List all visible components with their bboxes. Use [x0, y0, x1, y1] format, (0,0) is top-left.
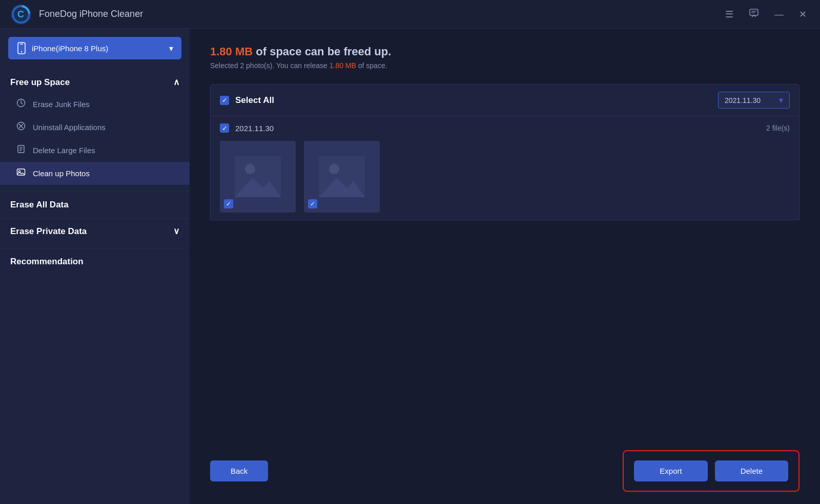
space-title-suffix: of space can be freed up.: [253, 45, 391, 58]
photo-2-checkbox[interactable]: ✓: [308, 199, 317, 208]
erase-private-data-chevron-icon: ∨: [173, 226, 179, 237]
subtitle-prefix: Selected: [210, 61, 240, 70]
close-button[interactable]: ✕: [796, 8, 810, 21]
file-count: 2 file(s): [766, 124, 790, 132]
device-selector-inner: iPhone(iPhone 8 Plus): [16, 42, 108, 54]
photo-icon: [15, 167, 27, 179]
free-up-space-header[interactable]: Free up Space ∧: [0, 70, 190, 93]
photo-thumbnail[interactable]: ✓: [220, 141, 296, 213]
subtitle-amount: 1.80 MB: [330, 61, 356, 70]
sidebar-item-erase-all-data[interactable]: Erase All Data: [0, 191, 190, 218]
chat-icon-button[interactable]: [746, 6, 762, 22]
sidebar-item-delete-large[interactable]: Delete Large Files: [0, 139, 190, 162]
svg-text:C: C: [17, 9, 24, 19]
phone-icon: [16, 42, 27, 54]
photos-grid: ✓ ✓: [220, 141, 790, 213]
uninstall-apps-label: Uninstall Applications: [33, 123, 106, 132]
svg-point-6: [21, 51, 22, 52]
erase-all-data-label: Erase All Data: [10, 200, 69, 209]
app-title: FoneDog iPhone Cleaner: [39, 9, 143, 19]
erase-private-data-label: Erase Private Data: [10, 226, 87, 237]
clean-photos-label: Clean up Photos: [33, 169, 90, 178]
photo-placeholder-icon: [235, 156, 281, 197]
space-title: 1.80 MB of space can be freed up.: [210, 45, 799, 58]
app-logo-icon: C: [10, 4, 32, 25]
action-buttons-container: Export Delete: [623, 450, 799, 492]
bottom-bar: Back Export Delete: [190, 440, 820, 504]
sidebar-item-erase-junk[interactable]: Erase Junk Files: [0, 93, 190, 116]
svg-point-22: [329, 164, 339, 174]
select-all-row: ✓ Select All 2021.11.30 ▾: [210, 84, 799, 116]
subtitle-suffix: of space.: [356, 61, 387, 70]
space-header: 1.80 MB of space can be freed up. Select…: [210, 45, 799, 70]
free-up-space-chevron-icon: ∧: [173, 77, 179, 88]
delete-button[interactable]: Delete: [715, 460, 788, 481]
recommendation-label: Recommendation: [10, 257, 84, 266]
erase-private-data-header[interactable]: Erase Private Data ∨: [0, 219, 190, 242]
svg-rect-2: [750, 9, 758, 15]
uninstall-icon: [15, 121, 27, 133]
select-all-label: Select All: [235, 95, 274, 106]
select-all-checkbox[interactable]: ✓: [220, 96, 229, 105]
space-amount: 1.80 MB: [210, 45, 253, 58]
sidebar: iPhone(iPhone 8 Plus) ▾ Free up Space ∧ …: [0, 29, 190, 504]
file-icon: [15, 144, 27, 156]
free-up-space-label: Free up Space: [10, 77, 70, 88]
sidebar-item-recommendation[interactable]: Recommendation: [0, 248, 190, 275]
date-group-header: ✓ 2021.11.30 2 file(s): [220, 123, 790, 133]
delete-large-label: Delete Large Files: [33, 146, 95, 155]
date-group-checkbox[interactable]: ✓: [220, 123, 229, 133]
select-all-left: ✓ Select All: [220, 95, 274, 106]
photo-placeholder-icon: [319, 156, 365, 197]
svg-point-19: [245, 164, 255, 174]
erase-private-data-section: Erase Private Data ∨: [0, 218, 190, 248]
date-group-label: 2021.11.30: [235, 124, 274, 133]
erase-junk-label: Erase Junk Files: [33, 100, 90, 109]
date-dropdown[interactable]: 2021.11.30 ▾: [718, 92, 790, 109]
date-group-left: ✓ 2021.11.30: [220, 123, 274, 133]
back-button[interactable]: Back: [210, 460, 268, 481]
device-chevron-icon: ▾: [169, 44, 173, 53]
title-controls: ☰ — ✕: [722, 6, 810, 22]
device-name: iPhone(iPhone 8 Plus): [32, 44, 108, 53]
export-button[interactable]: Export: [634, 460, 707, 481]
free-up-space-section: Free up Space ∧ Erase Junk Files: [0, 70, 190, 191]
photo-1-checkbox[interactable]: ✓: [224, 199, 233, 208]
sidebar-item-uninstall-apps[interactable]: Uninstall Applications: [0, 116, 190, 139]
space-subtitle: Selected 2 photo(s). You can release 1.8…: [210, 61, 799, 70]
clock-icon: [15, 98, 27, 110]
title-bar: C FoneDog iPhone Cleaner ☰ — ✕: [0, 0, 820, 29]
minimize-button[interactable]: —: [771, 8, 787, 21]
title-left: C FoneDog iPhone Cleaner: [10, 4, 143, 25]
device-selector[interactable]: iPhone(iPhone 8 Plus) ▾: [8, 37, 181, 59]
sidebar-item-clean-photos[interactable]: Clean up Photos: [0, 162, 190, 185]
photo-thumbnail[interactable]: ✓: [304, 141, 380, 213]
date-dropdown-value: 2021.11.30: [725, 96, 761, 104]
date-group: ✓ 2021.11.30 2 file(s) ✓: [210, 116, 799, 220]
subtitle-mid: photo(s). You can release: [244, 61, 330, 70]
date-dropdown-chevron-icon: ▾: [779, 95, 783, 105]
content-area: 1.80 MB of space can be freed up. Select…: [190, 29, 820, 504]
subtitle-count: 2: [240, 61, 244, 70]
main-layout: iPhone(iPhone 8 Plus) ▾ Free up Space ∧ …: [0, 29, 820, 504]
hamburger-menu-button[interactable]: ☰: [722, 8, 736, 21]
